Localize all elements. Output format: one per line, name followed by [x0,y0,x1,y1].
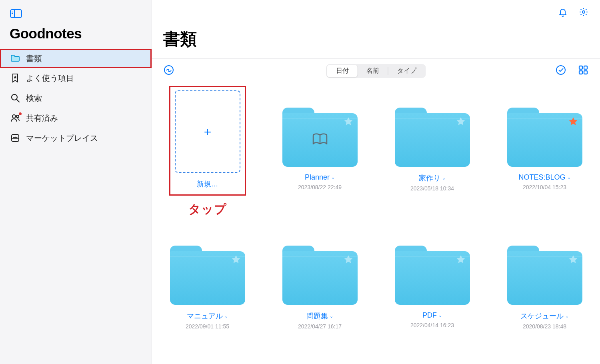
folder-item[interactable]: PDF ⌄ 2022/04/14 16:23 [388,246,476,330]
sidebar-item-label: マーケットプレイス [26,133,98,144]
star-icon[interactable] [568,116,578,127]
folder-name[interactable]: Planner ⌄ [305,173,335,182]
sidebar-toggle-icon[interactable] [10,9,22,18]
svg-rect-8 [12,134,19,142]
folder-item[interactable]: 問題集 ⌄ 2022/04/27 16:17 [276,246,364,330]
folder-name[interactable]: マニュアル ⌄ [187,311,228,321]
tap-annotation: タップ [188,201,227,218]
folder-item[interactable]: 家作り ⌄ 2023/05/18 10:34 [388,86,476,218]
star-icon[interactable] [343,254,354,265]
new-document-cell: ＋ 新規… タップ [163,86,252,218]
folder-icon [395,108,470,167]
folder-date: 2023/05/18 10:34 [410,185,454,192]
svg-rect-15 [579,71,582,74]
folder-name[interactable]: PDF ⌄ [422,311,442,320]
folder-icon [507,108,582,167]
star-icon[interactable] [568,254,578,265]
app-title: Goodnotes [0,22,152,49]
people-icon [10,113,20,123]
svg-point-6 [12,115,16,118]
chevron-down-icon: ⌄ [442,176,446,181]
chevron-down-icon: ⌄ [565,314,569,319]
new-document-annotation-box: ＋ 新規… [169,86,246,196]
folder-item[interactable]: マニュアル ⌄ 2022/09/01 11:55 [163,246,252,330]
sidebar-item-documents[interactable]: 書類 [0,49,152,68]
sidebar-item-label: 共有済み [26,113,58,124]
chevron-down-icon: ⌄ [224,314,228,319]
sort-by-name[interactable]: 名前 [358,65,388,77]
chevron-down-icon: ⌄ [438,313,442,318]
book-icon [310,132,330,148]
folder-name[interactable]: スケジュール ⌄ [520,311,569,321]
folder-icon [282,108,358,167]
folder-icon [170,246,245,305]
sidebar-item-shared[interactable]: 共有済み [0,108,152,128]
new-document-label: 新規… [197,179,218,189]
sidebar-item-search[interactable]: 検索 [0,88,152,108]
folder-icon [10,53,20,64]
toolbar: 日付 名前 タイプ [152,59,600,82]
notifications-icon[interactable] [558,7,568,19]
folder-icon [395,246,470,305]
search-icon [10,93,20,103]
folder-date: 2022/04/27 16:17 [298,323,342,330]
folder-date: 2023/08/22 22:49 [298,184,342,190]
topbar [152,0,600,21]
sidebar-item-label: 検索 [26,93,42,104]
main-area: 書類 日付 名前 タイプ [152,0,600,364]
svg-point-12 [556,66,565,74]
select-icon[interactable] [555,64,566,77]
folder-date: 2022/04/14 16:23 [410,322,454,328]
new-document-button[interactable]: ＋ [175,90,240,173]
sidebar-item-label: よく使う項目 [26,73,74,84]
svg-rect-13 [579,66,582,69]
svg-rect-14 [584,66,587,69]
folder-item[interactable]: Planner ⌄ 2023/08/22 22:49 [276,86,364,218]
sort-segmented-control: 日付 名前 タイプ [326,64,426,78]
svg-rect-16 [584,71,587,74]
sidebar-item-label: 書類 [26,53,42,64]
page-title: 書類 [152,21,600,59]
sidebar: Goodnotes 書類 よく使う項目 検索 [0,0,152,364]
folder-item[interactable]: スケジュール ⌄ 2020/08/23 18:48 [500,246,589,330]
folder-date: 2022/09/01 11:55 [186,323,229,330]
folder-icon [282,246,358,305]
plus-icon: ＋ [202,126,214,138]
sort-by-type[interactable]: タイプ [388,65,425,77]
documents-grid: ＋ 新規… タップ Planner [152,82,600,330]
sidebar-item-marketplace[interactable]: マーケットプレイス [0,128,152,148]
chevron-down-icon: ⌄ [330,314,333,319]
view-grid-icon[interactable] [578,64,589,77]
svg-line-5 [17,100,19,102]
svg-point-7 [16,115,19,118]
folder-item[interactable]: NOTES:BLOG ⌄ 2022/10/04 15:23 [500,86,589,218]
star-icon[interactable] [231,254,241,265]
folder-name[interactable]: 家作り ⌄ [419,173,446,183]
chevron-down-icon: ⌄ [331,175,335,180]
star-icon[interactable] [456,116,466,127]
folder-date: 2020/08/23 18:48 [523,323,566,330]
marketplace-icon [10,133,20,143]
sidebar-item-favorites[interactable]: よく使う項目 [0,68,152,88]
star-icon[interactable] [456,254,466,265]
folder-name[interactable]: 問題集 ⌄ [306,311,333,321]
svg-point-10 [582,11,585,13]
sort-by-date[interactable]: 日付 [327,65,358,77]
folder-icon [507,246,582,305]
bookmark-star-icon [10,73,20,83]
folder-name[interactable]: NOTES:BLOG ⌄ [518,173,570,182]
chevron-down-icon: ⌄ [567,175,571,180]
settings-icon[interactable] [578,7,589,19]
svg-point-4 [12,94,17,100]
folder-date: 2022/10/04 15:23 [523,184,566,190]
handwriting-icon[interactable] [163,64,174,77]
star-icon[interactable] [343,116,354,127]
